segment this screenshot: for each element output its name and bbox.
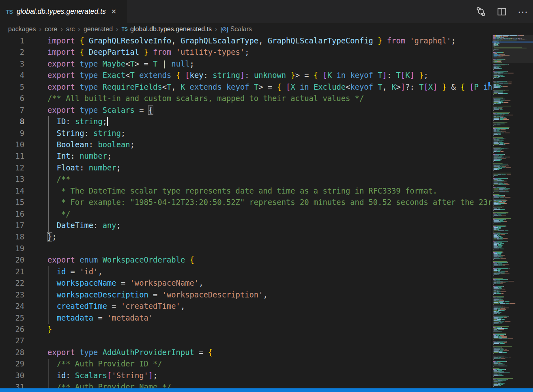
active-indent-guide bbox=[48, 116, 49, 232]
code-text: metadata = 'metadata' bbox=[47, 312, 153, 324]
line-number: 11 bbox=[0, 151, 24, 162]
chevron-right-icon: › bbox=[215, 25, 217, 33]
line-number: 21 bbox=[0, 266, 24, 278]
breadcrumb: packages›core›src›generated›TSglobal.db.… bbox=[0, 23, 533, 35]
code-text: export type Maybe<T> = T | null; bbox=[47, 58, 194, 70]
code-line: 3export type Maybe<T> = T | null; bbox=[0, 58, 492, 70]
line-number: 19 bbox=[0, 243, 24, 254]
code-line: 28export type AddAuthProviderInput = { bbox=[0, 347, 492, 358]
more-actions-button[interactable]: ⋯ bbox=[518, 8, 528, 16]
chevron-right-icon: › bbox=[39, 25, 42, 33]
line-number: 17 bbox=[0, 220, 24, 231]
symbol-type-icon: [⊘] bbox=[221, 26, 228, 33]
line-number: 22 bbox=[0, 278, 24, 289]
line-number: 3 bbox=[0, 58, 24, 70]
line-number: 13 bbox=[0, 174, 24, 185]
code-text: String: string; bbox=[47, 128, 125, 139]
code-line: 17 DateTime: any; bbox=[0, 220, 492, 231]
code-text: import { DeepPartial } from 'utility-typ… bbox=[47, 47, 249, 58]
code-line: 1import { GraphQLResolveInfo, GraphQLSca… bbox=[0, 35, 492, 47]
indent-guide bbox=[48, 359, 49, 388]
code-line: 25 metadata = 'metadata' bbox=[0, 312, 492, 324]
breadcrumb-item-generated[interactable]: generated bbox=[84, 26, 113, 33]
minimap[interactable] bbox=[492, 35, 530, 388]
breadcrumb-item-src[interactable]: src bbox=[66, 26, 75, 33]
line-number: 6 bbox=[0, 93, 24, 104]
chevron-right-icon: › bbox=[60, 25, 63, 33]
open-changes-button[interactable] bbox=[476, 6, 486, 17]
code-line: 12 Float: number; bbox=[0, 162, 492, 174]
close-tab-icon[interactable]: ✕ bbox=[111, 8, 116, 15]
code-line: 13 /** bbox=[0, 174, 492, 185]
code-text: createdTime = 'createdTime', bbox=[47, 301, 185, 312]
typescript-file-icon: TS bbox=[6, 9, 13, 15]
code-line: 30 id: Scalars['String']; bbox=[0, 370, 492, 381]
split-editor-icon bbox=[497, 7, 507, 17]
breadcrumb-item-global-db-types-generated-ts[interactable]: TSglobal.db.types.generated.ts bbox=[122, 26, 212, 33]
compare-changes-icon bbox=[476, 6, 486, 17]
code-text: id: Scalars['String']; bbox=[47, 370, 157, 381]
code-text: export type Exact<T extends { [key: stri… bbox=[47, 70, 428, 81]
text-cursor bbox=[107, 117, 108, 126]
code-text: id = 'id', bbox=[47, 266, 103, 278]
code-line: 8 ID: string; bbox=[0, 116, 492, 127]
code-text: export type RequireFields<T, K extends k… bbox=[47, 82, 492, 93]
code-text: }; bbox=[47, 231, 57, 243]
code-text: export enum WorkspaceOrderable { bbox=[47, 254, 194, 266]
line-number: 24 bbox=[0, 301, 24, 312]
line-number: 18 bbox=[0, 231, 24, 243]
line-number: 2 bbox=[0, 47, 24, 58]
code-line: 9 String: string; bbox=[0, 128, 492, 139]
code-text: /** bbox=[47, 174, 71, 185]
line-number: 1 bbox=[0, 35, 24, 47]
typescript-file-icon: TS bbox=[122, 26, 128, 32]
code-text: export type AddAuthProviderInput = { bbox=[47, 347, 213, 358]
code-line: 22 workspaceName = 'workspaceName', bbox=[0, 278, 492, 289]
breadcrumb-item-core[interactable]: core bbox=[45, 26, 57, 33]
line-number: 15 bbox=[0, 197, 24, 208]
chevron-right-icon: › bbox=[78, 25, 80, 33]
code-line: 19 bbox=[0, 243, 492, 254]
code-text: DateTime: any; bbox=[47, 220, 121, 231]
line-number: 8 bbox=[0, 116, 24, 127]
code-text: } bbox=[47, 324, 52, 335]
line-number: 31 bbox=[0, 381, 24, 388]
code-line: 29 /** Auth Provider ID */ bbox=[0, 358, 492, 370]
code-line: 26} bbox=[0, 324, 492, 335]
code-line: 4export type Exact<T extends { [key: str… bbox=[0, 70, 492, 81]
breadcrumb-label: Scalars bbox=[230, 26, 252, 33]
tab-bar: TS global.db.types.generated.ts ✕ ⋯ bbox=[0, 0, 533, 23]
line-number: 30 bbox=[0, 370, 24, 381]
code-line: 11 Int: number; bbox=[0, 151, 492, 162]
code-line: 15 * For example: "1985-04-12T23:20:50.5… bbox=[0, 197, 492, 208]
line-number: 5 bbox=[0, 82, 24, 93]
line-number: 20 bbox=[0, 254, 24, 266]
status-bar bbox=[0, 388, 533, 392]
line-number: 16 bbox=[0, 209, 24, 220]
breadcrumb-label: packages bbox=[8, 26, 36, 33]
line-number: 25 bbox=[0, 312, 24, 324]
line-number: 29 bbox=[0, 358, 24, 370]
line-number: 12 bbox=[0, 162, 24, 174]
code-line: 18}; bbox=[0, 231, 492, 243]
code-text: Boolean: boolean; bbox=[47, 139, 135, 151]
code-text: ID: string; bbox=[47, 116, 108, 127]
ellipsis-icon: ⋯ bbox=[518, 8, 528, 16]
line-number: 23 bbox=[0, 289, 24, 301]
split-editor-button[interactable] bbox=[497, 7, 507, 17]
code-line: 5export type RequireFields<T, K extends … bbox=[0, 82, 492, 93]
line-number: 26 bbox=[0, 324, 24, 335]
breadcrumb-item-packages[interactable]: packages bbox=[8, 26, 36, 33]
line-number: 14 bbox=[0, 185, 24, 197]
tab-global-db-types[interactable]: TS global.db.types.generated.ts ✕ bbox=[0, 0, 127, 23]
line-number: 10 bbox=[0, 139, 24, 151]
code-line: 16 */ bbox=[0, 209, 492, 220]
code-area[interactable]: 1import { GraphQLResolveInfo, GraphQLSca… bbox=[0, 35, 492, 388]
breadcrumb-item-scalars[interactable]: [⊘]Scalars bbox=[221, 26, 252, 33]
breadcrumb-label: core bbox=[45, 26, 57, 33]
code-line: 7export type Scalars = { bbox=[0, 105, 492, 116]
code-line: 21 id = 'id', bbox=[0, 266, 492, 278]
code-line: 20export enum WorkspaceOrderable { bbox=[0, 254, 492, 266]
code-line: 10 Boolean: boolean; bbox=[0, 139, 492, 151]
indent-guide bbox=[48, 266, 49, 324]
